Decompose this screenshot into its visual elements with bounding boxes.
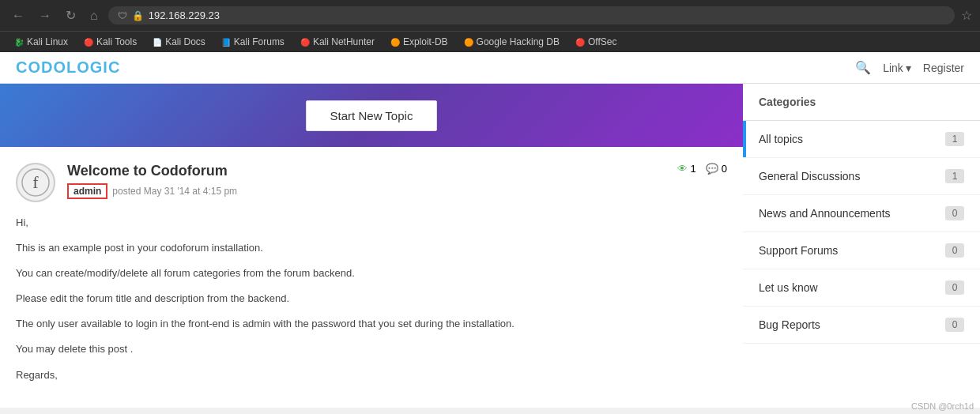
offsec-icon: 🔴	[575, 38, 585, 47]
kali-tools-icon: 🔴	[84, 38, 93, 47]
kali-forums-icon: 📘	[221, 38, 231, 47]
post-line-3: You can create/modify/delete all forum c…	[16, 265, 727, 282]
comment-count-value: 0	[722, 163, 727, 175]
category-name-general: General Discussions	[759, 170, 945, 183]
nav-home-button[interactable]: ⌂	[86, 7, 102, 24]
nav-refresh-button[interactable]: ↻	[62, 6, 80, 24]
bookmark-exploit-db[interactable]: 🟠 Exploit-DB	[384, 35, 454, 49]
category-name-support: Support Forums	[759, 244, 945, 257]
bookmark-kali-nethunter[interactable]: 🔴 Kali NetHunter	[294, 35, 381, 49]
category-news-announcements[interactable]: News and Announcements 0	[743, 195, 980, 232]
bookmark-kali-forums[interactable]: 📘 Kali Forums	[215, 35, 291, 49]
site-logo[interactable]: CODOLOGIC	[16, 58, 855, 77]
category-support-forums[interactable]: Support Forums 0	[743, 232, 980, 269]
bookmark-offsec[interactable]: 🔴 OffSec	[569, 35, 623, 49]
post-date: posted May 31 '14 at 4:15 pm	[112, 186, 237, 197]
bookmark-star-icon[interactable]: ☆	[961, 8, 972, 23]
nav-back-button[interactable]: ←	[8, 7, 28, 24]
post-header: f Welcome to Codoforum admin posted May …	[16, 163, 727, 202]
post-line-1: Hi,	[16, 214, 727, 231]
category-name-all-topics: All topics	[759, 133, 945, 145]
avatar-icon: f	[21, 168, 50, 197]
category-count-bug-reports: 0	[945, 318, 964, 332]
exploit-db-icon: 🟠	[390, 38, 400, 47]
comment-count: 💬 0	[706, 163, 727, 175]
view-count-value: 1	[691, 163, 696, 175]
avatar: f	[16, 163, 55, 202]
content-area: Start New Topic f Welcome to Codoforum a…	[0, 84, 743, 408]
category-general-discussions[interactable]: General Discussions 1	[743, 158, 980, 195]
post-meta: Welcome to Codoforum admin posted May 31…	[67, 163, 665, 199]
link-dropdown[interactable]: Link ▾	[883, 62, 911, 74]
category-count-general: 1	[945, 169, 964, 183]
category-count-support: 0	[945, 243, 964, 258]
google-hacking-db-icon: 🟠	[464, 38, 473, 47]
bookmark-kali-docs[interactable]: 📄 Kali Docs	[146, 35, 212, 49]
link-label: Link	[883, 62, 903, 74]
view-count: 👁 1	[677, 163, 696, 175]
header-actions: 🔍 Link ▾ Register	[855, 60, 964, 75]
link-arrow-icon: ▾	[906, 62, 911, 74]
category-name-let-us-know: Let us know	[759, 281, 945, 294]
category-all-topics[interactable]: All topics 1	[743, 121, 980, 158]
nav-forward-button[interactable]: →	[35, 7, 55, 24]
category-count-all-topics: 1	[945, 132, 964, 146]
category-name-news: News and Announcements	[759, 207, 945, 220]
post-line-5: The only user available to login in the …	[16, 315, 727, 333]
search-button[interactable]: 🔍	[855, 60, 871, 75]
post-line-6: You may delete this post .	[16, 341, 727, 358]
bookmark-google-hacking-db[interactable]: 🟠 Google Hacking DB	[458, 35, 566, 49]
hero-banner: Start New Topic	[0, 84, 743, 147]
svg-text:f: f	[32, 172, 39, 192]
site-header: CODOLOGIC 🔍 Link ▾ Register	[0, 52, 980, 84]
kali-linux-icon: 🐉	[14, 38, 24, 47]
sidebar-header: Categories	[743, 84, 980, 121]
lock-icon: 🔒	[132, 10, 144, 21]
category-bug-reports[interactable]: Bug Reports 0	[743, 307, 980, 344]
post-author-line: admin posted May 31 '14 at 4:15 pm	[67, 183, 665, 199]
kali-docs-icon: 📄	[153, 38, 162, 47]
main-content: Start New Topic f Welcome to Codoforum a…	[0, 84, 980, 408]
category-let-us-know[interactable]: Let us know 0	[743, 269, 980, 307]
category-count-news: 0	[945, 206, 964, 220]
address-bar[interactable]: 🛡 🔒 192.168.229.23	[108, 6, 955, 24]
post-content: Hi, This is an example post in your codo…	[16, 214, 727, 384]
post-area: f Welcome to Codoforum admin posted May …	[0, 147, 743, 408]
category-count-let-us-know: 0	[945, 280, 964, 295]
address-text: 192.168.229.23	[149, 9, 945, 21]
author-badge[interactable]: admin	[67, 183, 107, 199]
post-line-2: This is an example post in your codoforu…	[16, 239, 727, 257]
post-line-4: Please edit the forum title and descript…	[16, 290, 727, 307]
register-button[interactable]: Register	[923, 62, 964, 74]
eye-icon: 👁	[677, 163, 688, 175]
start-new-topic-button[interactable]: Start New Topic	[306, 100, 438, 131]
security-icon: 🛡	[118, 10, 127, 21]
post-stats: 👁 1 💬 0	[677, 163, 727, 175]
kali-nethunter-icon: 🔴	[300, 38, 310, 47]
browser-chrome: ← → ↻ ⌂ 🛡 🔒 192.168.229.23 ☆	[0, 0, 980, 31]
bookmark-kali-tools[interactable]: 🔴 Kali Tools	[77, 35, 143, 49]
bookmark-kali-linux[interactable]: 🐉 Kali Linux	[8, 35, 74, 49]
sidebar: Categories All topics 1 General Discussi…	[743, 84, 980, 408]
post-title: Welcome to Codoforum	[67, 163, 665, 179]
comment-icon: 💬	[706, 163, 718, 175]
category-name-bug-reports: Bug Reports	[759, 318, 945, 331]
post-line-7: Regards,	[16, 367, 727, 384]
bookmarks-bar: 🐉 Kali Linux 🔴 Kali Tools 📄 Kali Docs 📘 …	[0, 31, 980, 52]
